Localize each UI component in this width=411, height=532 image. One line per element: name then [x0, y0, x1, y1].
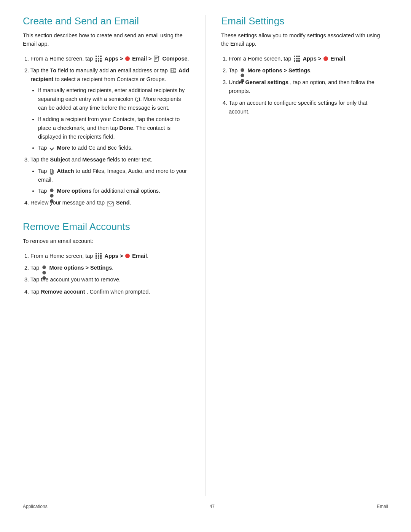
settings-step4-text: Tap an account to configure specific set…: [229, 100, 367, 115]
step4-text1: Review your message and tap: [30, 200, 106, 206]
remove-email-intro: To remove an email account:: [23, 237, 190, 246]
svg-point-14: [171, 69, 173, 70]
remove-step1-apps-label: Apps >: [104, 253, 124, 259]
remove-step2-period: .: [112, 265, 113, 271]
step4-period: .: [130, 200, 131, 206]
apps-icon: [95, 55, 102, 62]
create-send-section: Create and Send an Email This section de…: [23, 15, 190, 207]
remove-email-section: Remove Email Accounts To remove an email…: [23, 221, 190, 296]
step1-email-label: Email >: [132, 56, 153, 62]
step4-send-label: Send: [116, 200, 129, 206]
settings-step2-period: .: [310, 67, 312, 73]
svg-rect-4: [98, 58, 99, 59]
remove-email-title: Remove Email Accounts: [23, 221, 190, 233]
svg-point-30: [43, 266, 46, 269]
step1-apps-label: Apps >: [104, 56, 124, 62]
svg-point-43: [241, 73, 244, 77]
step2-bullet-1: If manually entering recipients, enter a…: [38, 86, 190, 113]
svg-rect-35: [298, 56, 300, 57]
remove-step-2: Tap More options > Settings.: [30, 264, 190, 272]
svg-rect-2: [100, 56, 102, 57]
footer-left: Applications: [23, 504, 48, 509]
remove-step4-text2: . Confirm when prompted.: [87, 289, 150, 295]
add-recipient-icon: [170, 67, 176, 73]
svg-rect-41: [298, 60, 300, 62]
step3-bullets: Tap Attach to add Files, Images, Audio, …: [30, 167, 190, 196]
page-footer: Applications 47 Email: [23, 496, 388, 509]
svg-rect-21: [96, 253, 97, 254]
step2-text2: field to manually add an email address o…: [58, 67, 169, 73]
remove-step-4: Tap Remove account . Confirm when prompt…: [30, 288, 190, 296]
step3-subject-label: Subject: [50, 157, 70, 163]
remove-more-options-icon: [41, 265, 47, 272]
create-send-intro: This section describes how to create and…: [23, 32, 190, 48]
svg-rect-7: [98, 60, 99, 62]
remove-step-1: From a Home screen, tap: [30, 252, 190, 260]
settings-step-1: From a Home screen, tap: [229, 54, 388, 63]
svg-rect-5: [100, 58, 102, 59]
svg-point-42: [241, 68, 244, 72]
footer-right: Email: [377, 504, 388, 509]
step3-bullet-2: Tap More options for additional email op…: [38, 187, 190, 195]
settings-step3-text1: Under: [229, 79, 245, 85]
remove-email-dot-icon: [125, 254, 130, 258]
create-step-3: Tap the Subject and Message fields to en…: [30, 155, 190, 195]
svg-rect-0: [96, 56, 97, 57]
svg-rect-34: [296, 56, 298, 57]
svg-rect-36: [294, 58, 295, 59]
step1-text-before: From a Home screen, tap: [30, 56, 94, 62]
step3-text1: Tap the: [30, 157, 50, 163]
settings-step1-text1: From a Home screen, tap: [229, 56, 293, 62]
remove-step2-label: More options > Settings: [49, 265, 112, 271]
svg-rect-37: [296, 58, 298, 59]
svg-rect-26: [100, 255, 102, 257]
step1-compose-label: Compose: [162, 56, 188, 62]
email-settings-title: Email Settings: [221, 15, 388, 27]
svg-rect-38: [298, 58, 300, 59]
step3-bullet-1: Tap Attach to add Files, Images, Audio, …: [38, 167, 190, 184]
remove-step-3: Tap the account you want to remove.: [30, 275, 190, 284]
remove-step4-remove-account-label: Remove account: [41, 289, 85, 295]
svg-rect-28: [98, 257, 99, 259]
svg-rect-24: [96, 255, 97, 257]
email-settings-steps: From a Home screen, tap: [221, 54, 388, 117]
create-step-4: Review your message and tap Send.: [30, 198, 190, 207]
svg-rect-1: [98, 56, 99, 57]
create-send-steps: From a Home screen, tap: [23, 54, 190, 208]
main-columns: Create and Send an Email This section de…: [23, 15, 388, 496]
email-settings-intro: These settings allow you to modify setti…: [221, 32, 388, 48]
svg-rect-22: [98, 253, 99, 254]
step3-text3: fields to enter text.: [107, 157, 152, 163]
chevron-down-icon: [49, 145, 54, 151]
svg-point-17: [50, 189, 54, 192]
remove-step3-text: Tap the account you want to remove.: [30, 276, 121, 283]
attach-icon: [49, 169, 54, 174]
email-settings-section: Email Settings These settings allow you …: [221, 15, 388, 117]
step2-bullets: If manually entering recipients, enter a…: [30, 86, 190, 152]
step3-text2: and: [72, 157, 82, 163]
settings-step3-general-settings-label: General settings: [245, 79, 289, 85]
create-step-1: From a Home screen, tap: [30, 54, 190, 63]
left-column: Create and Send an Email This section de…: [23, 15, 206, 496]
svg-rect-39: [294, 60, 295, 62]
send-icon: [107, 200, 114, 206]
step2-bullet-2: If adding a recipient from your Contacts…: [38, 115, 190, 142]
settings-step2-text1: Tap: [229, 67, 239, 73]
create-send-title: Create and Send an Email: [23, 15, 190, 27]
step3-message-label: Message: [82, 157, 105, 163]
svg-rect-29: [100, 257, 102, 259]
right-column: Email Settings These settings allow you …: [206, 15, 388, 496]
svg-rect-8: [100, 60, 102, 62]
compose-icon: [154, 56, 160, 62]
remove-step1-text1: From a Home screen, tap: [30, 253, 94, 259]
step2-bullet-3: Tap More to add Cc and Bcc fields.: [38, 144, 190, 152]
settings-step1-email-label: Email: [330, 56, 345, 62]
remove-step1-period: .: [147, 253, 148, 259]
settings-apps-icon: [293, 55, 300, 62]
settings-more-options-icon: [240, 67, 245, 74]
step2-to-label: To: [50, 67, 57, 73]
step2-text1: Tap the: [30, 67, 50, 73]
remove-apps-icon: [95, 252, 102, 259]
footer-page-number: 47: [210, 504, 215, 509]
settings-step1-period: .: [345, 56, 347, 62]
